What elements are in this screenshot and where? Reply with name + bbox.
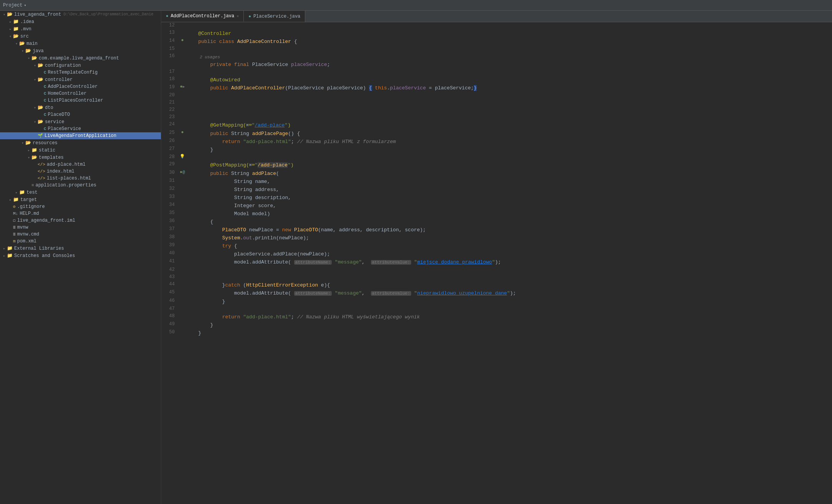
sidebar-item-RestTemplateConfig[interactable]: C RestTemplateConfig: [0, 69, 161, 76]
sidebar-item-HomeController[interactable]: C HomeController: [0, 90, 161, 97]
code-line-26[interactable]: 26 return "add-place.html"; // Nazwa pli…: [161, 138, 832, 146]
item-label-dto: dto: [45, 105, 53, 110]
code-line-28[interactable]: 28💡: [161, 154, 832, 161]
code-line-41[interactable]: 41 model.addAttribute( attributeName: "m…: [161, 258, 832, 267]
code-line-15[interactable]: 15: [161, 46, 832, 53]
sidebar-item-dto[interactable]: 📂 dto: [0, 104, 161, 111]
item-label-AddPlaceController: AddPlaceController: [48, 84, 98, 89]
sidebar-item-resources[interactable]: 📂 resources: [0, 139, 161, 147]
sidebar-item-java[interactable]: 📂 java: [0, 47, 161, 54]
code-line-25[interactable]: 25● public String addPlacePage() {: [161, 130, 832, 138]
tab-add-place-controller[interactable]: ● AddPlaceController.java ✕: [161, 11, 244, 22]
sidebar-item-mvnw_cmd[interactable]: ≣ mvnw.cmd: [0, 231, 161, 238]
sidebar-item-configuration[interactable]: 📂 configuration: [0, 62, 161, 69]
sidebar-item-index.html[interactable]: </> index.html: [0, 168, 161, 175]
selected-brace: {: [369, 85, 372, 91]
sidebar-item-live_agenda_front[interactable]: 📂 live_agenda_front D:\Dev_Back_up\Progr…: [0, 11, 161, 18]
item-label-external_libraries: External Libraries: [14, 246, 64, 251]
code-line-33[interactable]: 33 String description,: [161, 194, 832, 202]
code-line-34[interactable]: 34 Integer score,: [161, 202, 832, 210]
sidebar-item-src[interactable]: 📂 src: [0, 33, 161, 40]
sidebar-item-target[interactable]: 📁 target: [0, 196, 161, 203]
sidebar-item-external_libraries[interactable]: 📁 External Libraries: [0, 245, 161, 252]
line-number-35: 35: [161, 210, 179, 216]
sidebar-item-com_example[interactable]: 📂 com.example.live_agenda_front: [0, 54, 161, 62]
line-number-14: 14: [161, 38, 179, 43]
code-line-48[interactable]: 48 return "add-place.html"; // Nazwa pli…: [161, 313, 832, 321]
sidebar-item-PlaceService[interactable]: C PlaceService: [0, 125, 161, 132]
code-line-46[interactable]: 46 }: [161, 298, 832, 306]
sidebar-item-LiveAgendaFrontApplication[interactable]: 🌱 LiveAgendaFrontApplication: [0, 132, 161, 139]
sidebar-item-main[interactable]: 📂 main: [0, 40, 161, 47]
sidebar-item-application.properties[interactable]: ≡ application.properties: [0, 182, 161, 189]
sidebar-item-live_agenda_iml[interactable]: ◻ live_agenda_front.iml: [0, 217, 161, 224]
code-line-16[interactable]: 16 2 usages private final PlaceService p…: [161, 53, 832, 69]
code-line-18[interactable]: 18 @Autowired: [161, 76, 832, 84]
class-name: AddPlaceController: [237, 39, 291, 44]
code-line-49[interactable]: 49 }: [161, 321, 832, 329]
code-line-32[interactable]: 32 String address,: [161, 186, 832, 194]
code-line-50[interactable]: 50 }: [161, 329, 832, 337]
sidebar-item-templates[interactable]: 📂 templates: [0, 154, 161, 161]
code-line-40[interactable]: 40 placeService.addPlace(newPlace);: [161, 250, 832, 258]
code-line-27[interactable]: 27 }: [161, 146, 832, 154]
project-label[interactable]: Project ▾: [3, 3, 26, 8]
code-line-24[interactable]: 24 @GetMapping(⌘⌨"/add-place"): [161, 121, 832, 130]
kw-try: try: [222, 243, 231, 249]
code-line-19[interactable]: 19●▶ public AddPlaceController(PlaceServ…: [161, 84, 832, 92]
code-line-38[interactable]: 38 System.out.println(newPlace);: [161, 234, 832, 242]
code-line-45[interactable]: 45 model.addAttribute( attributeName: "m…: [161, 289, 832, 298]
sidebar-item-idea[interactable]: 📁 .idea: [0, 18, 161, 25]
sidebar-item-test[interactable]: 📁 test: [0, 189, 161, 196]
code-line-31[interactable]: 31 String name,: [161, 178, 832, 186]
code-line-37[interactable]: 37 PlaceDTO newPlace = new PlaceDTO(name…: [161, 226, 832, 234]
item-icon-test: 📁: [19, 189, 25, 195]
sidebar-item-list-places.html[interactable]: </> list-places.html: [0, 175, 161, 182]
code-line-13[interactable]: 13 @Controller: [161, 30, 832, 38]
code-line-14[interactable]: 14● public class AddPlaceController {: [161, 38, 832, 46]
tab-java-icon-2: ●: [248, 14, 251, 19]
code-line-22[interactable]: 22: [161, 107, 832, 114]
line-gutter-28: 💡: [179, 154, 186, 159]
sidebar-item-AddPlaceController[interactable]: C AddPlaceController: [0, 83, 161, 90]
kw-catch: catch: [225, 282, 240, 288]
code-line-30[interactable]: 30●@ public String addPlace(: [161, 170, 832, 178]
sidebar-item-scratches[interactable]: 📁 Scratches and Consoles: [0, 252, 161, 259]
code-line-20[interactable]: 20: [161, 92, 832, 99]
code-line-29[interactable]: 29 @PostMapping(⌘⌨"/add-place"): [161, 161, 832, 170]
tab-close-icon[interactable]: ✕: [237, 14, 239, 18]
code-line-47[interactable]: 47: [161, 306, 832, 313]
line-gutter-14: ●: [179, 38, 186, 43]
sidebar-item-mvn[interactable]: 📁 .mvn: [0, 25, 161, 33]
selected-close-brace: }: [474, 85, 477, 91]
sidebar[interactable]: 📂 live_agenda_front D:\Dev_Back_up\Progr…: [0, 11, 161, 504]
sidebar-item-service[interactable]: 📂 service: [0, 118, 161, 125]
code-line-39[interactable]: 39 try {: [161, 242, 832, 250]
sidebar-item-static[interactable]: 📁 static: [0, 147, 161, 154]
line-number-45: 45: [161, 289, 179, 295]
impl-icon: ●: [180, 84, 182, 89]
sidebar-item-PlaceDTO[interactable]: C PlaceDTO: [0, 111, 161, 118]
sidebar-item-HELP[interactable]: M↓ HELP.md: [0, 210, 161, 217]
sidebar-item-mvnw[interactable]: ≣ mvnw: [0, 224, 161, 231]
sidebar-item-gitignore[interactable]: ⊘ .gitignore: [0, 203, 161, 210]
code-line-23[interactable]: 23: [161, 114, 832, 121]
sidebar-item-pom[interactable]: m pom.xml: [0, 238, 161, 245]
code-line-44[interactable]: 44 }catch (HttpClientErrorException e){: [161, 281, 832, 289]
sidebar-item-controller[interactable]: 📂 controller: [0, 76, 161, 83]
code-line-43[interactable]: 43: [161, 274, 832, 281]
usages-hint: 2 usages: [200, 55, 220, 59]
item-icon-HomeController: C: [44, 91, 46, 96]
code-line-36[interactable]: 36 {: [161, 218, 832, 226]
code-line-35[interactable]: 35 Model model): [161, 210, 832, 218]
code-line-42[interactable]: 42: [161, 267, 832, 274]
code-line-17[interactable]: 17: [161, 69, 832, 76]
code-line-12[interactable]: 12: [161, 22, 832, 30]
sidebar-item-add-place.html[interactable]: </> add-place.html: [0, 161, 161, 168]
sidebar-item-ListPlacesController[interactable]: C ListPlacesController: [0, 97, 161, 104]
code-line-21[interactable]: 21: [161, 99, 832, 107]
item-label-scratches: Scratches and Consoles: [14, 253, 75, 259]
kw-private: private: [210, 62, 231, 68]
tab-place-service[interactable]: ● PlaceService.java: [244, 11, 305, 22]
code-editor[interactable]: 1213 @Controller14● public class AddPlac…: [161, 22, 832, 504]
